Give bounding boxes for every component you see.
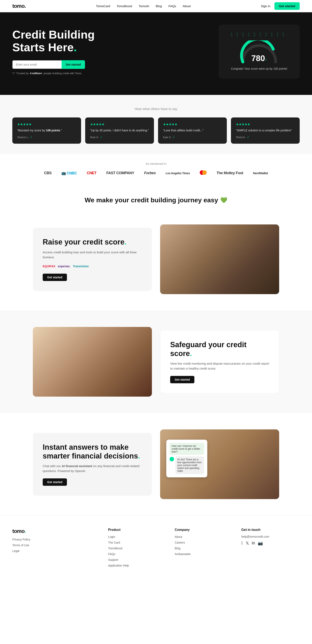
hero-content: Credit Building Starts Here. Get started… xyxy=(12,28,95,74)
hero-title: Credit Building Starts Here. xyxy=(12,28,95,54)
media-logo-latimes: Los Angeles Times xyxy=(166,172,190,175)
feature1-grid: Raise your credit score. Access credit b… xyxy=(33,224,279,294)
footer-product-links: Login The Card TomoBoost FAQs Support Ap… xyxy=(108,535,167,567)
verified-icon-3: ✓ xyxy=(173,136,175,139)
testimonial-card-3: ★★★★★ "Love that utilities build credit.… xyxy=(158,118,227,144)
footer-privacy[interactable]: Privacy Policy xyxy=(12,538,30,541)
footer-tomoboost[interactable]: TomoBoost xyxy=(108,547,122,550)
nav-link-tomoboost[interactable]: TomoBoost xyxy=(117,4,132,8)
media-logo-motleyfool: The Motley Fool xyxy=(217,171,243,175)
social-icons:  𝕏 in 📷 xyxy=(241,541,300,546)
footer-ambassador[interactable]: Ambassador xyxy=(175,552,191,556)
feature3-cta[interactable]: Get started xyxy=(43,478,67,486)
footer-brand: tomo. Privacy Policy Terms of Use Legal xyxy=(12,528,100,570)
footer: tomo. Privacy Policy Terms of Use Legal … xyxy=(0,516,312,578)
footer-company-links: About Careers Blog Ambassador xyxy=(175,535,233,556)
nav-link-faqs[interactable]: FAQs xyxy=(169,4,176,8)
testimonial-text-3: "Love that utilities build credit..." xyxy=(163,128,222,132)
stars-4: ★★★★★ xyxy=(236,122,295,126)
nav-links: TomoCard TomoBoost TomoAI Blog FAQs Abou… xyxy=(96,4,191,8)
footer-careers[interactable]: Careers xyxy=(175,541,185,544)
instagram-icon[interactable]: 📷 xyxy=(258,541,263,546)
hero-trust: 🛡 Trusted by 4 million+ people building … xyxy=(12,72,95,75)
footer-blog[interactable]: Blog xyxy=(175,547,181,550)
media-logos: CBS 📺 CNBC CNET FAST COMPANY Forbes Los … xyxy=(0,170,312,176)
footer-legal[interactable]: Legal xyxy=(12,549,19,552)
feature1-title: Raise your credit score. xyxy=(43,238,142,246)
feature1-desc: Access credit building loan and tools to… xyxy=(43,250,142,260)
hero-section: Credit Building Starts Here. Get started… xyxy=(0,12,312,95)
footer-card[interactable]: The Card xyxy=(108,541,120,544)
feature1-content: Raise your credit score. Access credit b… xyxy=(33,228,152,291)
nav-link-about[interactable]: About xyxy=(183,4,191,8)
feature3-section: Instant answers to make smarter financia… xyxy=(0,413,312,516)
testimonial-author-4: Olivia K. ✓ xyxy=(236,136,295,139)
stars-2: ★★★★★ xyxy=(90,122,149,126)
nav-link-blog[interactable]: Blog xyxy=(156,4,162,8)
footer-company-col: Company About Careers Blog Ambassador xyxy=(175,528,233,570)
nav-link-tomoai[interactable]: TomoAI xyxy=(139,4,149,8)
media-logo-fast: FAST COMPANY xyxy=(106,171,134,175)
testimonial-card-2: ★★★★★ "Up by 45 points. I didn't have to… xyxy=(85,118,154,144)
testimonial-author-3: Kyle S. ✓ xyxy=(163,136,222,139)
footer-logo: tomo. xyxy=(12,528,100,534)
navbar: tomo. TomoCard TomoBoost TomoAI Blog FAQ… xyxy=(0,0,312,12)
testimonials-label: Hear what others have to say xyxy=(12,107,300,111)
media-section: As mentioned in CBS 📺 CNBC CNET FAST COM… xyxy=(0,154,312,184)
feature2-grid: Safeguard your credit score. View live c… xyxy=(33,327,279,396)
footer-product-title: Product xyxy=(108,528,167,532)
verified-icon-1: ✓ xyxy=(30,136,33,139)
footer-login[interactable]: Login xyxy=(108,535,115,538)
facebook-icon[interactable]:  xyxy=(241,541,243,546)
shield-icon: 🛡 xyxy=(12,72,15,75)
equifax-logo: EQUIFAX xyxy=(43,264,55,268)
easy-section: We make your credit building journey eas… xyxy=(0,184,312,208)
testimonial-text-2: "Up by 45 points. I didn't have to do an… xyxy=(90,128,149,132)
footer-faqs[interactable]: FAQs xyxy=(108,552,115,556)
testimonials-section: Hear what others have to say ★★★★★ "Boos… xyxy=(0,95,312,154)
footer-email: help@tomocredit.com xyxy=(241,535,300,538)
feature3-image: How can I improve my credit score to get… xyxy=(160,430,279,499)
nav-logo[interactable]: tomo. xyxy=(12,3,26,9)
verified-icon-2: ✓ xyxy=(100,136,103,139)
hero-email-input[interactable] xyxy=(12,60,62,69)
stars-3: ★★★★★ xyxy=(163,122,222,126)
media-logo-cbs: CBS xyxy=(44,171,52,175)
feature3-title: Instant answers to make smarter financia… xyxy=(43,443,142,460)
media-label: As mentioned in xyxy=(0,162,312,166)
feature1-cta[interactable]: Get started xyxy=(43,274,67,281)
feature2-cta[interactable]: Get started xyxy=(170,376,194,383)
footer-brand-links: Privacy Policy Terms of Use Legal xyxy=(12,538,100,553)
footer-contact-col: Get in touch help@tomocredit.com  𝕏 in … xyxy=(241,528,300,570)
hero-email-cta[interactable]: Get started xyxy=(62,60,85,69)
media-logo-cnet: CNET xyxy=(87,171,96,175)
nav-link-tomocard[interactable]: TomoCard xyxy=(96,4,110,8)
signin-link[interactable]: Sign in xyxy=(261,4,270,8)
feature2-title: Safeguard your credit score. xyxy=(170,340,269,358)
chat-answer: Hi Jen! There are a few opportunities fr… xyxy=(175,456,204,474)
feature3-content: Instant answers to make smarter financia… xyxy=(33,433,152,496)
footer-terms[interactable]: Terms of Use xyxy=(12,544,29,547)
easy-title: We make your credit building journey eas… xyxy=(12,196,300,204)
footer-product-col: Product Login The Card TomoBoost FAQs Su… xyxy=(108,528,167,570)
feature3-grid: Instant answers to make smarter financia… xyxy=(33,430,279,499)
heart-icon: 💚 xyxy=(220,197,227,204)
nav-cta-button[interactable]: Get started xyxy=(274,2,300,10)
testimonial-author-2: Ram K. ✓ xyxy=(90,136,149,139)
footer-support[interactable]: Support xyxy=(108,558,118,562)
feature1-section: Raise your credit score. Access credit b… xyxy=(0,208,312,310)
footer-about[interactable]: About xyxy=(175,535,182,538)
footer-apphelp[interactable]: Application Help xyxy=(108,564,129,567)
experian-logo: experian. xyxy=(58,264,70,268)
stars-1: ★★★★★ xyxy=(17,122,76,126)
twitter-icon[interactable]: 𝕏 xyxy=(246,541,249,546)
media-logo-mastercard xyxy=(200,170,207,176)
testimonial-author-1: Sharon L. ✓ xyxy=(17,136,76,139)
testimonial-text-4: "SIMPLE solution to a complex life probl… xyxy=(236,128,295,132)
testimonial-card-4: ★★★★★ "SIMPLE solution to a complex life… xyxy=(231,118,300,144)
linkedin-icon[interactable]: in xyxy=(252,541,255,546)
feature2-section: Safeguard your credit score. View live c… xyxy=(0,310,312,413)
feature2-image xyxy=(33,327,152,396)
media-logo-nerdwallet: NerdWallet xyxy=(253,171,268,175)
score-number: 780↑ xyxy=(251,54,267,63)
